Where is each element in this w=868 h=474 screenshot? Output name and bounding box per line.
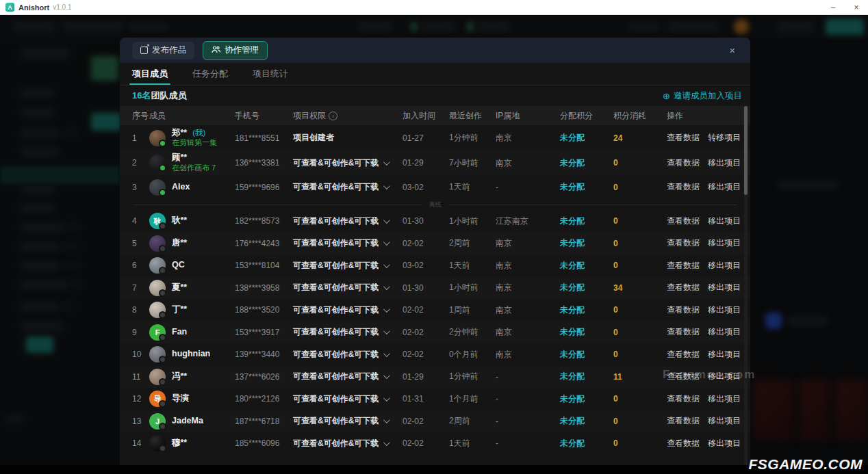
view-data-link[interactable]: 查看数据 [667, 415, 700, 427]
row-index: 7 [132, 283, 149, 293]
tab-project-members[interactable]: 项目成员 [132, 63, 168, 85]
avatar [149, 280, 166, 296]
permission-dropdown[interactable]: 可查看&可创作&可下载 [293, 393, 403, 405]
join-date: 02-02 [403, 438, 449, 448]
allocate-points-link[interactable]: 未分配 [560, 181, 613, 193]
remove-or-transfer-link[interactable]: 移出项目 [708, 393, 741, 405]
remove-or-transfer-link[interactable]: 移出项目 [708, 181, 741, 193]
allocate-points-link[interactable]: 未分配 [560, 349, 613, 360]
modal-scrollbar[interactable] [744, 106, 748, 467]
permission-dropdown[interactable]: 可查看&可创作&可下载 [293, 415, 403, 427]
allocate-points-link[interactable]: 未分配 [560, 371, 613, 382]
allocate-points-link[interactable]: 未分配 [560, 326, 613, 338]
permission-dropdown[interactable]: 可查看&可创作&可下载 [293, 304, 403, 316]
allocate-points-link[interactable]: 未分配 [560, 282, 613, 293]
recent-creation: 1分钟前 [449, 371, 496, 382]
chevron-down-icon [383, 283, 390, 290]
collaboration-manage-button[interactable]: 协作管理 [203, 41, 268, 60]
online-status-dot [159, 222, 166, 230]
view-data-link[interactable]: 查看数据 [667, 132, 700, 144]
view-data-link[interactable]: 查看数据 [667, 304, 700, 316]
remove-or-transfer-link[interactable]: 移出项目 [708, 282, 741, 293]
view-data-link[interactable]: 查看数据 [667, 260, 700, 272]
allocate-points-link[interactable]: 未分配 [560, 237, 613, 249]
view-data-link[interactable]: 查看数据 [667, 237, 700, 249]
permission-dropdown[interactable]: 可查看&可创作&可下载 [293, 371, 403, 382]
avatar [149, 155, 166, 171]
collaboration-modal: 发布作品 协作管理 × 项目成员 任务分配 项目统计 16名 团队成员 [120, 38, 750, 474]
view-data-link[interactable]: 查看数据 [667, 349, 700, 360]
remove-or-transfer-link[interactable]: 转移项目 [708, 132, 741, 144]
publish-work-button[interactable]: 发布作品 [132, 42, 194, 60]
view-data-link[interactable]: 查看数据 [667, 215, 700, 227]
allocate-points-link[interactable]: 未分配 [560, 132, 613, 144]
online-status-dot [159, 334, 166, 341]
points-used: 0 [613, 216, 667, 226]
recent-creation: 1分钟前 [449, 132, 496, 144]
join-date: 01-30 [403, 283, 449, 293]
permission-dropdown[interactable]: 可查看&可创作&可下载 [293, 157, 403, 169]
ip-location: 南京 [496, 157, 560, 169]
row-index: 4 [132, 216, 149, 226]
remove-or-transfer-link[interactable]: 移出项目 [708, 215, 741, 227]
join-date: 02-02 [403, 328, 449, 337]
remove-or-transfer-link[interactable]: 移出项目 [708, 260, 741, 272]
permission-dropdown[interactable]: 可查看&可创作&可下载 [293, 349, 403, 360]
allocate-points-link[interactable]: 未分配 [560, 304, 613, 316]
allocate-points-link[interactable]: 未分配 [560, 157, 613, 169]
permission-dropdown[interactable]: 可查看&可创作&可下载 [293, 260, 403, 272]
allocate-points-link[interactable]: 未分配 [560, 438, 613, 449]
avatar: 耿 [149, 213, 166, 229]
member-name: 穆** [172, 438, 187, 447]
join-date: 03-02 [403, 183, 449, 192]
remove-or-transfer-link[interactable]: 移出项目 [708, 326, 741, 338]
invite-member-link[interactable]: ⊕ 邀请成员加入项目 [663, 90, 742, 102]
modal-close-icon[interactable]: × [724, 42, 741, 59]
ip-location: 江苏南京 [496, 215, 560, 227]
row-index: 12 [132, 394, 149, 404]
remove-or-transfer-link[interactable]: 移出项目 [708, 157, 741, 169]
remove-or-transfer-link[interactable]: 移出项目 [708, 415, 741, 427]
permission-dropdown[interactable]: 可查看&可创作&可下载 [293, 282, 403, 293]
remove-or-transfer-link[interactable]: 移出项目 [708, 304, 741, 316]
tab-task-assignment[interactable]: 任务分配 [192, 63, 228, 85]
permission-dropdown[interactable]: 可查看&可创作&可下载 [293, 326, 403, 338]
allocate-points-link[interactable]: 未分配 [560, 393, 613, 405]
row-actions: 查看数据 移出项目 [667, 304, 741, 316]
allocate-points-link[interactable]: 未分配 [560, 215, 613, 227]
col-joined: 加入时间 [403, 110, 449, 122]
permission-dropdown[interactable]: 项目创建者 [293, 132, 403, 144]
info-icon[interactable]: i [329, 111, 337, 120]
permission-dropdown[interactable]: 可查看&可创作&可下载 [293, 215, 403, 227]
minimize-button[interactable]: – [821, 0, 845, 14]
view-data-link[interactable]: 查看数据 [667, 282, 700, 293]
view-data-link[interactable]: 查看数据 [667, 157, 700, 169]
allocate-points-link[interactable]: 未分配 [560, 260, 613, 272]
member-name: JadeMa [172, 416, 203, 425]
member-cell: 郑**(我) 在剪辑第一集 [149, 128, 235, 148]
view-data-link[interactable]: 查看数据 [667, 326, 700, 338]
plus-circle-icon: ⊕ [663, 92, 670, 101]
online-status-dot [159, 245, 166, 252]
permission-dropdown[interactable]: 可查看&可创作&可下载 [293, 438, 403, 449]
row-index: 5 [132, 239, 149, 248]
join-date: 02-02 [403, 239, 449, 248]
remove-or-transfer-link[interactable]: 移出项目 [708, 349, 741, 360]
view-data-link[interactable]: 查看数据 [667, 438, 700, 449]
scrollbar-thumb[interactable] [744, 106, 748, 195]
member-phone: 187****6718 [235, 417, 293, 426]
view-data-link[interactable]: 查看数据 [667, 393, 700, 405]
points-used: 0 [613, 394, 667, 404]
close-window-button[interactable]: × [845, 0, 868, 14]
tab-project-stats[interactable]: 项目统计 [253, 63, 288, 85]
permission-dropdown[interactable]: 可查看&可创作&可下载 [293, 181, 403, 193]
member-name: 唐** [172, 238, 187, 248]
remove-or-transfer-link[interactable]: 移出项目 [708, 237, 741, 249]
view-data-link[interactable]: 查看数据 [667, 181, 700, 193]
col-alloc: 分配积分 [560, 110, 613, 122]
remove-or-transfer-link[interactable]: 移出项目 [708, 438, 741, 449]
allocate-points-link[interactable]: 未分配 [560, 415, 613, 427]
permission-dropdown[interactable]: 可查看&可创作&可下载 [293, 237, 403, 249]
row-actions: 查看数据 移出项目 [667, 326, 741, 338]
online-status-dot [159, 311, 166, 319]
